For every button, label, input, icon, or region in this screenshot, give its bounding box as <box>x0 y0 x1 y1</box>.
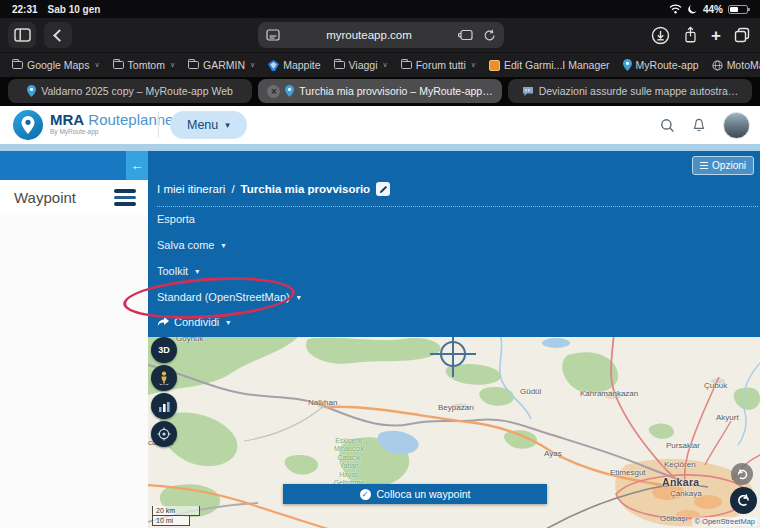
map-label-goynuk: Göynük <box>176 337 204 343</box>
map-canvas[interactable]: Göynük Nallıhan cakaya Beypazarı Güdül K… <box>148 337 760 528</box>
tab-deviazioni[interactable]: Deviazioni assurde sulle mappe autostra… <box>508 79 752 103</box>
streetview-pegman-button[interactable] <box>151 365 177 391</box>
menu-item-map-style[interactable]: Standard (OpenStreetMap)▾ <box>157 291 301 303</box>
brand-mra: MRA <box>50 111 84 128</box>
menu-label: Menu <box>187 118 218 132</box>
tab-bar: Valdarno 2025 copy – MyRoute-app Web × T… <box>0 77 760 106</box>
app-header: MRA Routeplanner By MyRoute-app Menu ▾ <box>0 106 760 144</box>
arrow-left-icon: ← <box>131 158 144 173</box>
target-icon <box>157 427 171 441</box>
content: Opzioni I miei itinerari / Turchia mia p… <box>0 151 760 528</box>
mappite-icon <box>268 60 279 71</box>
folder-icon <box>188 61 199 69</box>
bookmark-forum-tutti[interactable]: Forum tutti∨ <box>401 59 476 71</box>
folder-icon <box>334 61 345 69</box>
map-label-golbasi: Gölbaşı <box>660 514 688 523</box>
chart-icon <box>158 401 171 412</box>
waypoint-menu-icon[interactable] <box>114 189 136 206</box>
map-3d-button[interactable]: 3D <box>151 337 177 363</box>
map-label-cubuk: Çubuk <box>704 381 727 390</box>
share-icon[interactable] <box>683 26 698 44</box>
clock: 22:31 <box>12 4 38 15</box>
reload-icon[interactable] <box>483 29 496 42</box>
map-pin-icon <box>27 85 36 97</box>
mra-logo-icon[interactable] <box>13 110 43 140</box>
bookmark-google-maps[interactable]: Google Maps∨ <box>12 59 100 71</box>
redo-button[interactable] <box>731 463 753 485</box>
bookmarks-bar: Google Maps∨ Tomtom∨ GARMIN∨ Mappite Via… <box>0 52 760 77</box>
bookmark-myroute-app[interactable]: MyRoute-app <box>623 59 699 71</box>
chevron-down-icon: ▾ <box>225 120 230 130</box>
bell-icon[interactable] <box>692 118 706 133</box>
options-label: Opzioni <box>712 160 746 171</box>
folder-icon <box>12 61 23 69</box>
hamburger-icon <box>700 162 708 170</box>
3d-label: 3D <box>158 345 170 355</box>
undo-button[interactable] <box>730 487 757 514</box>
map-label-kahramankazan: Kahramankazan <box>580 389 638 398</box>
map-label-ayas: Ayaş <box>544 449 562 458</box>
chevron-down-icon: ▾ <box>226 318 230 327</box>
brand-subtitle: By MyRoute-app <box>50 129 178 136</box>
tab-title: Valdarno 2025 copy – MyRoute-app Web <box>41 85 233 97</box>
menu-item-toolkit[interactable]: Toolkit▾ <box>157 265 199 277</box>
status-bar: 22:31 Sab 10 gen 44% <box>0 0 760 18</box>
extensions-icon[interactable] <box>458 29 473 41</box>
sidebar-toggle-button[interactable] <box>8 22 36 48</box>
downloads-icon[interactable] <box>651 26 670 45</box>
url-bar[interactable]: myrouteapp.com <box>258 22 504 48</box>
back-button[interactable] <box>44 22 72 48</box>
bookmark-garmin[interactable]: GARMIN∨ <box>188 59 255 71</box>
menu-item-esporta[interactable]: Esporta <box>157 213 195 225</box>
map-pin-icon <box>623 59 632 71</box>
brand[interactable]: MRA Routeplanner By MyRoute-app <box>50 112 178 136</box>
date: Sab 10 gen <box>48 4 101 15</box>
search-icon[interactable] <box>660 118 675 133</box>
tab-turchia-active[interactable]: × Turchia mia provvisorio – MyRoute-app… <box>258 79 502 103</box>
locate-target-button[interactable] <box>151 421 177 447</box>
bookmark-garmin-manager[interactable]: Edit Garmi...I Manager <box>489 59 610 71</box>
menu-item-salva-come[interactable]: Salva come▾ <box>157 239 226 251</box>
menu-button[interactable]: Menu ▾ <box>170 111 247 139</box>
bookmark-viaggi[interactable]: Viaggi∨ <box>334 59 388 71</box>
breadcrumb-parent-link[interactable]: I miei itinerari <box>157 183 225 195</box>
bookmark-motomappa[interactable]: MotoMappa <box>712 59 760 71</box>
app-root: 22:31 Sab 10 gen 44% myrouteapp.com <box>0 0 760 528</box>
sidebar-topbar: ← <box>0 151 148 180</box>
map-label-nallihan: Nallıhan <box>308 398 337 407</box>
map-label-gudul: Güdül <box>520 387 541 396</box>
chevron-down-icon: ▾ <box>221 241 225 250</box>
options-button[interactable]: Opzioni <box>692 156 754 175</box>
tab-overview-icon[interactable] <box>734 27 750 43</box>
new-tab-icon[interactable]: + <box>711 27 721 44</box>
url-text[interactable]: myrouteapp.com <box>280 29 458 41</box>
collapse-sidebar-button[interactable]: ← <box>126 151 148 180</box>
menu-item-condividi[interactable]: Condividi▾ <box>157 316 230 328</box>
header-accent-strip <box>0 144 760 151</box>
bookmark-mappite[interactable]: Mappite <box>268 59 320 71</box>
tab-valdarno[interactable]: Valdarno 2025 copy – MyRoute-app Web <box>8 79 252 103</box>
tab-title: Deviazioni assurde sulle mappe autostra… <box>539 85 739 97</box>
map-attribution[interactable]: © OpenStreetMap <box>692 517 757 526</box>
bookmark-tomtom[interactable]: Tomtom∨ <box>113 59 175 71</box>
folder-icon <box>401 61 412 69</box>
map-label-ankara: Ankara <box>662 476 699 488</box>
dnd-moon-icon <box>687 4 698 15</box>
map-label-akyurt: Akyurt <box>716 413 739 422</box>
elevation-chart-button[interactable] <box>151 393 177 419</box>
breadcrumb-separator: / <box>231 183 234 195</box>
place-waypoint-label: Colloca un waypoint <box>377 488 471 500</box>
page-menu-icon[interactable] <box>266 29 280 41</box>
chevron-down-icon: ▾ <box>195 267 199 276</box>
wifi-icon <box>669 4 682 14</box>
avatar[interactable] <box>723 112 750 139</box>
undo-icon <box>736 493 751 508</box>
map-pin-icon <box>285 85 294 97</box>
brand-routeplanner: Routeplanner <box>88 111 178 128</box>
close-tab-icon[interactable]: × <box>267 85 280 98</box>
globe-icon <box>712 60 723 71</box>
battery-icon <box>728 5 748 14</box>
map-label-beypazari: Beypazarı <box>438 403 474 412</box>
edit-title-button[interactable] <box>376 182 390 196</box>
place-waypoint-button[interactable]: ✓ Colloca un waypoint <box>283 484 547 504</box>
